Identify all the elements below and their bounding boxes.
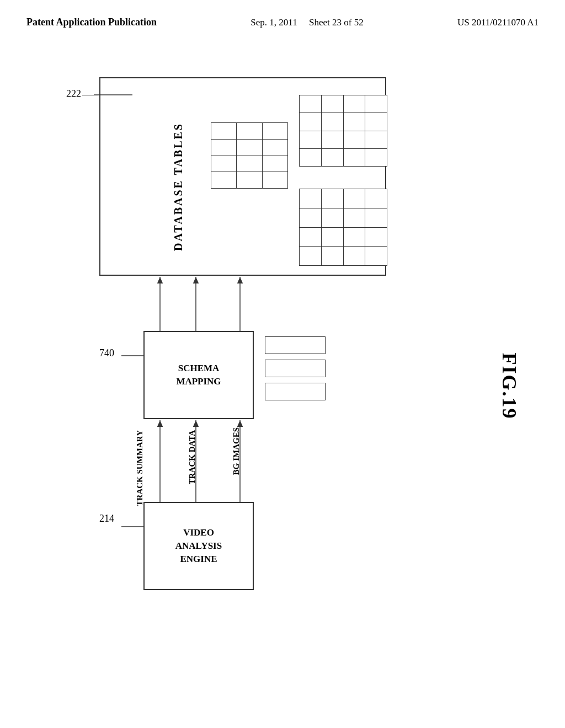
publication-title: Patent Application Publication — [26, 15, 157, 29]
schema-mapping-label: SCHEMA MAPPING — [176, 362, 221, 388]
table-grid-top-right — [299, 95, 387, 167]
schema-rect-3 — [265, 383, 326, 400]
database-tables-label: DATABASE TABLES — [172, 122, 185, 251]
ref-222-label: 222 — [66, 88, 81, 100]
patent-number: US 2011/0211070 A1 — [457, 15, 539, 30]
ref-214-label: 214 — [99, 513, 114, 524]
track-data-label: TRACK DATA — [188, 430, 197, 484]
bg-images-label: BG IMAGES — [232, 427, 241, 475]
track-summary-label: TRACK SUMMARY — [135, 430, 145, 506]
sheet-info: Sheet 23 of 52 — [309, 17, 364, 28]
video-analysis-engine-box: VIDEO ANALYSIS ENGINE — [143, 502, 254, 590]
header-center: Sep. 1, 2011 Sheet 23 of 52 — [250, 15, 363, 30]
database-tables-box: DATABASE TABLES — [99, 77, 386, 276]
diagram-area: FIG.19 222 DATABASE TABLES — [33, 66, 532, 706]
schema-rects — [265, 336, 326, 400]
table-grid-bottom-right — [299, 189, 387, 266]
schema-rect-2 — [265, 360, 326, 377]
ref-740-label: 740 — [99, 347, 114, 359]
page-header: Patent Application Publication Sep. 1, 2… — [0, 0, 565, 30]
schema-mapping-box: SCHEMA MAPPING — [143, 331, 254, 419]
vae-label: VIDEO ANALYSIS ENGINE — [175, 526, 222, 565]
publication-date: Sep. 1, 2011 — [250, 17, 297, 28]
schema-rect-1 — [265, 336, 326, 354]
table-grid-left — [211, 122, 288, 189]
figure-label: FIG.19 — [498, 352, 521, 419]
